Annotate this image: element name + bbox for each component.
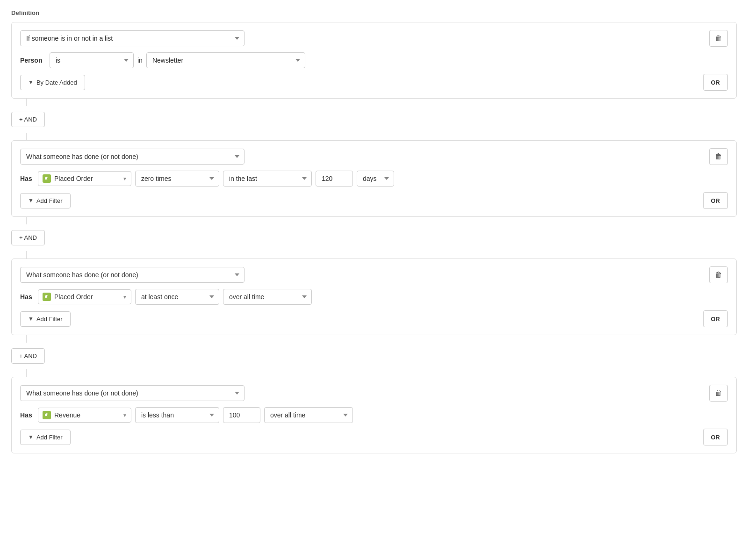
placed-order-wrapper-3: Placed Order Revenue ▼ <box>38 289 131 304</box>
times-select-3[interactable]: zero times at least once exactly at most <box>135 289 219 305</box>
connector-2 <box>26 133 27 140</box>
filter-icon-4: ▼ <box>28 434 34 440</box>
connector-5 <box>26 335 27 343</box>
person-is-select[interactable]: is is not <box>50 52 134 68</box>
connector-6 <box>26 369 27 377</box>
number-input-2[interactable]: 120 <box>316 171 353 187</box>
shopify-icon-2 <box>42 174 51 183</box>
revenue-select-4[interactable]: Placed Order Revenue <box>54 411 120 419</box>
delete-button-4[interactable]: 🗑 <box>709 385 728 402</box>
condition-type-select-1[interactable]: If someone is in or not in a list What s… <box>20 30 245 46</box>
condition-type-select-4[interactable]: What someone has done (or not done) If s… <box>20 385 245 401</box>
or-button-1[interactable]: OR <box>703 74 728 91</box>
trash-icon-4: 🗑 <box>715 389 722 397</box>
condition-type-select-3[interactable]: What someone has done (or not done) If s… <box>20 267 245 283</box>
times-select-2[interactable]: zero times at least once exactly at most <box>135 171 219 187</box>
and-button-2[interactable]: + AND <box>11 230 45 245</box>
trash-icon-2: 🗑 <box>715 152 722 161</box>
delete-button-2[interactable]: 🗑 <box>709 148 728 165</box>
newsletter-select[interactable]: Newsletter <box>146 52 305 68</box>
condition-block-3: What someone has done (or not done) If s… <box>11 258 737 335</box>
person-label: Person <box>20 57 46 64</box>
add-filter-label-3: Add Filter <box>36 316 63 323</box>
condition-type-select-2[interactable]: What someone has done (or not done) If s… <box>20 149 245 165</box>
has-label-2: Has <box>20 175 34 182</box>
connector-3 <box>26 217 27 224</box>
filter-icon-3: ▼ <box>28 316 34 322</box>
connector-4 <box>26 251 27 258</box>
definition-label: Definition <box>11 9 737 16</box>
filter-icon-1: ▼ <box>28 79 34 86</box>
or-button-3[interactable]: OR <box>703 310 728 327</box>
shopify-icon-3 <box>42 292 51 302</box>
in-label: in <box>137 57 143 64</box>
trash-icon-3: 🗑 <box>715 271 722 279</box>
time-range-select-3[interactable]: in the last over all time before after <box>223 289 312 305</box>
connector-1 <box>26 99 27 106</box>
placed-order-select-2[interactable]: Placed Order Revenue <box>54 175 120 182</box>
delete-button-1[interactable]: 🗑 <box>709 30 728 47</box>
filter-icon-2: ▼ <box>28 197 34 204</box>
and-button-3[interactable]: + AND <box>11 348 45 364</box>
placed-order-chevron-2: ▼ <box>122 176 127 181</box>
by-date-added-button[interactable]: ▼ By Date Added <box>20 75 85 90</box>
placed-order-chevron-3: ▼ <box>122 294 127 300</box>
or-button-2[interactable]: OR <box>703 192 728 209</box>
placed-order-wrapper-2: Placed Order Revenue ▼ <box>38 171 131 186</box>
time-range-select-4[interactable]: over all time in the last before after <box>264 407 353 423</box>
add-filter-label-4: Add Filter <box>36 434 63 441</box>
add-filter-button-4[interactable]: ▼ Add Filter <box>20 430 71 445</box>
or-button-4[interactable]: OR <box>703 429 728 445</box>
number-input-4[interactable]: 100 <box>223 407 260 423</box>
has-label-3: Has <box>20 293 34 301</box>
operator-select-4[interactable]: is less than is greater than equals <box>135 407 219 423</box>
and-button-1[interactable]: + AND <box>11 112 45 127</box>
has-label-4: Has <box>20 411 34 419</box>
revenue-wrapper-4: Placed Order Revenue ▼ <box>38 408 131 423</box>
shopify-icon-4 <box>42 410 51 420</box>
days-select-2[interactable]: days weeks months <box>357 171 394 187</box>
condition-block-1: If someone is in or not in a list What s… <box>11 22 737 99</box>
delete-button-3[interactable]: 🗑 <box>709 266 728 283</box>
revenue-chevron-4: ▼ <box>122 413 127 418</box>
condition-block-2: What someone has done (or not done) If s… <box>11 140 737 217</box>
add-filter-button-3[interactable]: ▼ Add Filter <box>20 311 71 327</box>
condition-block-4: What someone has done (or not done) If s… <box>11 377 737 453</box>
trash-icon-1: 🗑 <box>715 34 722 43</box>
time-range-select-2[interactable]: in the last over all time before after <box>223 171 312 187</box>
placed-order-select-3[interactable]: Placed Order Revenue <box>54 293 120 301</box>
by-date-added-label: By Date Added <box>36 79 77 86</box>
add-filter-label-2: Add Filter <box>36 197 63 204</box>
add-filter-button-2[interactable]: ▼ Add Filter <box>20 193 71 208</box>
